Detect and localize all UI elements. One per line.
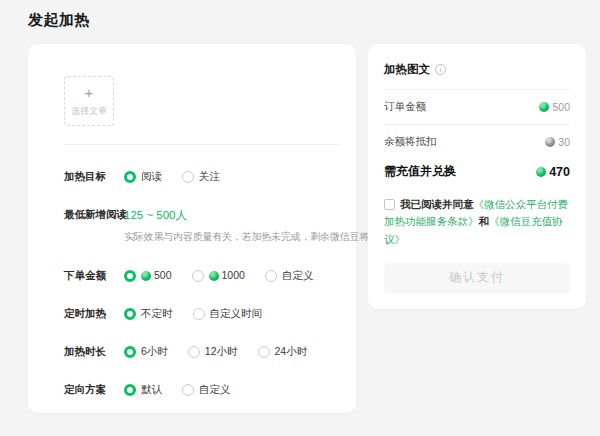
order-amount-summary-value: 500 [552,101,570,113]
agreement-conjunction: 和 [479,215,490,227]
radio-option-label: 500 [154,269,172,282]
summary-title: 加热图文 [384,62,430,77]
radio-option-read[interactable]: 阅读 [124,170,162,183]
targeting-label: 定向方案 [64,383,124,396]
bean-icon [536,167,546,177]
radio-option-label: 关注 [199,170,220,183]
radio-option-500[interactable]: 500 [124,269,172,282]
radio-option-follow[interactable]: 关注 [182,170,220,183]
radio-option-custom-time[interactable]: 自定义时间 [193,307,263,320]
radio-unselected-icon[interactable] [193,308,205,320]
boost-form-card: + 选择文章 加热目标 阅读 关注 最低新增阅读 125 ~ 500人 实际效果… [28,44,356,413]
min-new-reads-row: 最低新增阅读 125 ~ 500人 实际效果与内容质量有关，若加热未完成，剩余微… [64,208,340,244]
agreement-prefix: 我已阅读并同意 [400,198,474,210]
radio-selected-icon[interactable] [124,270,136,282]
bean-icon [539,102,549,112]
radio-option-label: 默认 [141,383,162,396]
radio-option-label: 自定义时间 [210,307,263,320]
plus-icon: + [85,85,94,100]
radio-option-label: 12小时 [205,345,238,358]
radio-option-custom-amount[interactable]: 自定义 [265,269,314,282]
confirm-pay-button[interactable]: 确认支付 [384,263,570,293]
radio-option-label: 1000 [222,269,245,282]
radio-selected-icon[interactable] [124,171,136,183]
targeting-row: 定向方案 默认 自定义 [64,383,340,396]
bean-icon [209,271,219,281]
radio-option-6h[interactable]: 6小时 [124,345,168,358]
radio-option-label: 阅读 [141,170,162,183]
summary-title-row: 加热图文 i [384,58,570,89]
heating-goal-row: 加热目标 阅读 关注 [64,170,340,183]
radio-option-default-plan[interactable]: 默认 [124,383,162,396]
agreement-checkbox[interactable] [384,199,395,210]
select-article-picker[interactable]: + 选择文章 [64,76,114,126]
heating-goal-label: 加热目标 [64,170,124,183]
info-icon[interactable]: i [435,64,446,75]
bean-icon [141,271,151,281]
radio-unselected-icon[interactable] [258,346,270,358]
duration-label: 加热时长 [64,345,124,358]
recharge-needed-value: 470 [549,165,570,179]
agreement-text: 我已阅读并同意《微信公众平台付费加热功能服务条款》和《微信豆充值协议》 [384,196,570,248]
payment-summary-card: 加热图文 i 订单金额 500 余额将抵扣 30 需充值并兑换 470 我已阅读… [368,44,586,309]
balance-deduction-label: 余额将抵扣 [384,135,437,149]
balance-deduction-value: 30 [558,136,570,148]
divider [64,144,340,145]
radio-selected-icon[interactable] [124,308,136,320]
radio-unselected-icon[interactable] [182,171,194,183]
radio-selected-icon[interactable] [124,384,136,396]
radio-option-anytime[interactable]: 不定时 [124,307,173,320]
order-amount-summary-row: 订单金额 500 [384,90,570,124]
radio-option-label: 自定义 [199,383,231,396]
balance-deduction-row: 余额将抵扣 30 [384,125,570,159]
radio-selected-icon[interactable] [124,346,136,358]
order-amount-label: 下单金额 [64,269,124,282]
radio-option-label: 自定义 [282,269,314,282]
radio-option-label: 24小时 [275,345,308,358]
min-new-reads-hint: 实际效果与内容质量有关，若加热未完成，剩余微信豆将返还 [124,230,389,244]
radio-option-label: 不定时 [141,307,173,320]
recharge-needed-row: 需充值并兑换 470 [384,159,570,190]
bean-gray-icon [545,137,555,147]
radio-unselected-icon[interactable] [182,384,194,396]
radio-option-24h[interactable]: 24小时 [258,345,308,358]
order-amount-summary-label: 订单金额 [384,100,426,114]
radio-option-12h[interactable]: 12小时 [188,345,238,358]
schedule-row: 定时加热 不定时 自定义时间 [64,307,340,320]
order-amount-row: 下单金额 500 1000 自定义 [64,269,340,282]
radio-option-label: 6小时 [141,345,168,358]
duration-row: 加热时长 6小时 12小时 24小时 [64,345,340,358]
select-article-label: 选择文章 [71,105,107,118]
min-new-reads-label: 最低新增阅读 [64,208,124,221]
radio-unselected-icon[interactable] [188,346,200,358]
radio-unselected-icon[interactable] [265,270,277,282]
page-title: 发起加热 [28,11,90,30]
schedule-label: 定时加热 [64,307,124,320]
radio-option-1000[interactable]: 1000 [192,269,245,282]
radio-option-custom-plan[interactable]: 自定义 [182,383,231,396]
radio-unselected-icon[interactable] [192,270,204,282]
recharge-needed-label: 需充值并兑换 [384,163,456,180]
min-new-reads-value: 125 ~ 500人 [124,208,389,222]
